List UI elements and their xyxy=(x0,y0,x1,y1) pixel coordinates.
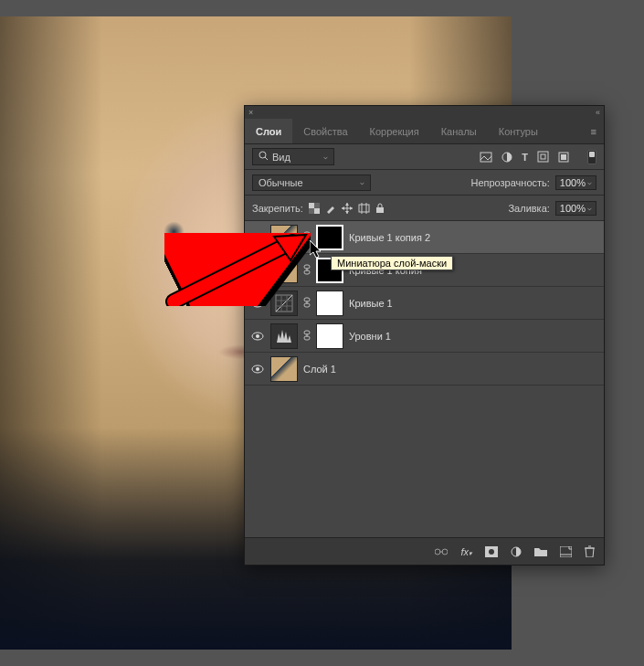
filter-shape-icon[interactable] xyxy=(537,151,549,163)
mask-tooltip: Миниатюра слой-маски xyxy=(331,256,453,270)
link-mask-icon[interactable] xyxy=(303,264,311,277)
layer-thumbnail[interactable] xyxy=(270,356,298,382)
svg-point-0 xyxy=(259,152,266,158)
layer-fx-icon[interactable]: fx▾ xyxy=(460,546,472,557)
tab-channels[interactable]: Каналы xyxy=(430,119,488,143)
delete-layer-icon[interactable] xyxy=(585,545,595,557)
chevron-down-icon: ⌵ xyxy=(587,204,592,212)
svg-point-17 xyxy=(256,236,259,239)
link-mask-icon[interactable] xyxy=(303,330,311,343)
svg-point-47 xyxy=(489,549,494,555)
tab-properties[interactable]: Свойства xyxy=(292,119,358,143)
layer-name[interactable]: Уровни 1 xyxy=(349,331,391,342)
visibility-toggle-icon[interactable] xyxy=(250,362,265,376)
layer-row[interactable]: Слой 1 xyxy=(245,353,604,386)
layer-thumbnail[interactable] xyxy=(270,258,298,283)
layer-thumbnail[interactable] xyxy=(270,225,298,250)
tab-layers[interactable]: Слои xyxy=(245,119,292,143)
add-mask-icon[interactable] xyxy=(485,546,498,557)
filter-type-label: Вид xyxy=(272,152,290,163)
visibility-toggle-icon[interactable] xyxy=(250,329,265,344)
blend-mode-dropdown[interactable]: Обычные ⌵ xyxy=(252,174,371,191)
close-icon[interactable]: × xyxy=(248,108,253,117)
lock-fill-bar: Закрепить: Заливка: 100% ⌵ xyxy=(245,196,604,221)
layer-name[interactable]: Кривые 1 xyxy=(349,298,393,309)
svg-point-27 xyxy=(256,301,259,305)
svg-point-42 xyxy=(256,367,259,371)
search-icon xyxy=(259,151,269,163)
link-layers-icon[interactable] xyxy=(435,547,448,556)
adjustment-layer-icon[interactable] xyxy=(511,546,522,557)
layers-bottom-toolbar: fx▾ xyxy=(245,537,604,565)
visibility-toggle-icon[interactable] xyxy=(250,296,265,311)
filter-icons: T xyxy=(480,151,569,163)
filter-type-dropdown[interactable]: Вид ⌵ xyxy=(252,148,334,165)
lock-artboard-icon[interactable] xyxy=(358,203,370,214)
svg-rect-49 xyxy=(560,546,572,557)
link-mask-icon[interactable] xyxy=(303,297,311,310)
visibility-toggle-icon[interactable] xyxy=(250,230,265,245)
adjustment-thumbnail[interactable] xyxy=(270,291,298,316)
collapse-icon[interactable]: « xyxy=(596,108,600,117)
new-group-icon[interactable] xyxy=(534,546,547,556)
svg-line-1 xyxy=(265,157,268,160)
filter-toggle-switch[interactable] xyxy=(587,150,596,164)
lock-position-icon[interactable] xyxy=(342,203,353,214)
blend-opacity-bar: Обычные ⌵ Непрозрачность: 100% ⌵ xyxy=(245,170,604,196)
svg-rect-7 xyxy=(561,154,566,160)
opacity-value: 100% xyxy=(560,177,586,188)
filter-adjustment-icon[interactable] xyxy=(501,152,512,163)
chevron-down-icon: ⌵ xyxy=(587,178,592,186)
layers-panel: × « Слои Свойства Коррекция Каналы Конту… xyxy=(244,105,605,566)
opacity-label: Непрозрачность: xyxy=(470,177,549,188)
svg-rect-11 xyxy=(309,208,314,214)
layer-row[interactable]: Уровни 1 xyxy=(245,320,604,353)
cursor-icon xyxy=(310,240,324,260)
layer-row[interactable]: Кривые 1 копия 2 xyxy=(245,221,604,254)
panel-tabs: Слои Свойства Коррекция Каналы Контуры ≡ xyxy=(245,119,604,144)
mask-thumbnail[interactable] xyxy=(316,291,343,316)
svg-rect-5 xyxy=(541,154,545,159)
filter-pixel-icon[interactable] xyxy=(480,152,492,163)
lock-label: Закрепить: xyxy=(252,203,303,214)
layer-name[interactable]: Кривые 1 копия 2 xyxy=(349,232,430,243)
svg-rect-2 xyxy=(480,153,491,162)
svg-rect-10 xyxy=(314,203,320,208)
fill-input[interactable]: 100% ⌵ xyxy=(555,201,596,216)
adjustment-thumbnail[interactable] xyxy=(270,323,298,349)
blend-mode-value: Обычные xyxy=(259,177,303,188)
layer-name[interactable]: Слой 1 xyxy=(303,364,336,375)
panel-menu-icon[interactable]: ≡ xyxy=(584,126,604,137)
svg-rect-15 xyxy=(376,207,384,213)
lock-pixels-icon[interactable] xyxy=(309,203,320,214)
chevron-down-icon: ⌵ xyxy=(323,153,328,161)
visibility-toggle-icon[interactable] xyxy=(250,263,265,278)
opacity-input[interactable]: 100% ⌵ xyxy=(555,175,596,190)
mask-thumbnail[interactable] xyxy=(316,323,343,349)
svg-point-22 xyxy=(256,269,259,272)
tab-paths[interactable]: Контуры xyxy=(488,119,549,143)
lock-all-icon[interactable] xyxy=(375,203,385,214)
svg-rect-4 xyxy=(538,152,548,162)
svg-rect-9 xyxy=(314,208,320,214)
filter-smart-icon[interactable] xyxy=(558,152,569,163)
new-layer-icon[interactable] xyxy=(560,546,572,557)
lock-brush-icon[interactable] xyxy=(325,203,336,214)
fill-label: Заливка: xyxy=(508,203,549,214)
layer-filter-bar: Вид ⌵ T xyxy=(245,144,604,170)
panel-header: × « xyxy=(245,106,604,119)
layer-row[interactable]: Кривые 1 xyxy=(245,287,604,320)
fill-value: 100% xyxy=(560,203,586,214)
tab-adjustments[interactable]: Коррекция xyxy=(359,119,430,143)
filter-type-icon[interactable]: T xyxy=(522,152,528,163)
svg-rect-12 xyxy=(359,205,369,212)
chevron-down-icon: ⌵ xyxy=(360,178,364,186)
svg-point-37 xyxy=(256,334,259,338)
svg-rect-8 xyxy=(309,203,314,208)
